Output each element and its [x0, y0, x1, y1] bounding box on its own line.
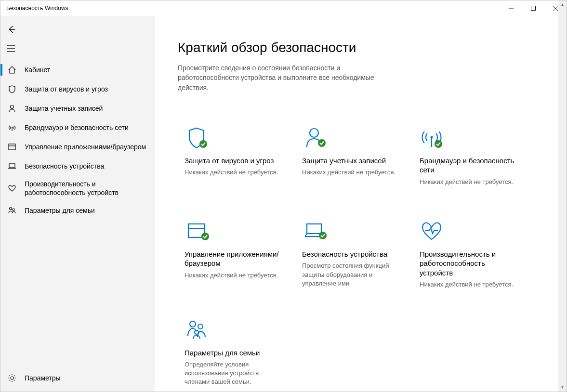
card-desc: Никаких действий не требуется.: [420, 280, 517, 289]
sidebar-item-performance[interactable]: Производительность и работоспособность у…: [0, 176, 155, 201]
body-area: Кабинет Защита от вирусов и угроз Защита…: [0, 16, 567, 392]
card-title: Защита учетных записей: [302, 156, 399, 166]
scrollbar-thumb[interactable]: [558, 9, 567, 383]
card-desc: Никаких действий не требуется.: [185, 271, 282, 280]
card-grid: Защита от вирусов и угроз Никаких действ…: [178, 116, 543, 392]
svg-point-27: [190, 321, 196, 327]
sidebar-item-home[interactable]: Кабинет: [0, 60, 155, 79]
page-description: Просмотрите сведения о состоянии безопас…: [178, 63, 380, 92]
window-controls: [500, 0, 567, 16]
sidebar-item-label: Защита от вирусов и угроз: [25, 85, 108, 93]
sidebar-item-app-browser[interactable]: Управление приложениями/браузером: [0, 137, 155, 157]
antenna-check-icon: [420, 124, 517, 151]
scroll-down-arrow-icon[interactable]: ▼: [558, 383, 567, 392]
svg-rect-10: [9, 144, 15, 150]
card-desc: Определяйте условия использования устрой…: [185, 360, 282, 387]
heart-icon: [7, 184, 17, 193]
back-arrow-icon: [7, 25, 16, 34]
window-icon: [7, 143, 17, 151]
family-icon: [7, 206, 17, 215]
scrollbar[interactable]: ▲ ▼: [558, 0, 567, 392]
card-title: Защита от вирусов и угроз: [185, 156, 282, 166]
svg-point-17: [310, 129, 318, 137]
gear-icon: [7, 374, 17, 382]
sidebar-item-label: Производительность и работоспособность у…: [25, 180, 148, 197]
svg-rect-12: [9, 164, 15, 168]
maximize-icon: [531, 6, 536, 11]
heart-pulse-icon: [420, 218, 517, 245]
card-title: Безопасность устройства: [302, 249, 399, 259]
sidebar-item-settings[interactable]: Параметры: [0, 368, 155, 388]
card-performance[interactable]: Производительность и работоспособность у…: [413, 209, 524, 301]
sidebar-item-label: Безопасность устройства: [25, 162, 104, 170]
app-window: Безопасность Windows: [0, 0, 567, 392]
family-group-icon: [185, 316, 282, 343]
main-content: Краткий обзор безопасности Просмотрите с…: [155, 16, 567, 392]
sidebar-item-virus[interactable]: Защита от вирусов и угроз: [0, 79, 155, 99]
home-icon: [7, 65, 17, 74]
sidebar-item-label: Защита учетных записей: [25, 104, 103, 113]
laptop-check-icon: [302, 218, 399, 245]
sidebar-item-label: Параметры для семьи: [25, 206, 95, 215]
card-account-protection[interactable]: Защита учетных записей Никаких действий …: [295, 116, 406, 202]
sidebar-item-label: Параметры: [25, 374, 61, 382]
card-device-security[interactable]: Безопасность устройства Просмотр состоян…: [295, 209, 406, 301]
hamburger-icon: [7, 45, 16, 52]
close-icon: [553, 6, 558, 11]
svg-point-7: [11, 105, 14, 109]
card-app-browser[interactable]: Управление приложениями/браузером Никаки…: [178, 209, 289, 301]
sidebar-item-account[interactable]: Защита учетных записей: [0, 99, 155, 118]
card-title: Производительность и работоспособность у…: [420, 249, 517, 278]
card-desc: Никаких действий не требуется.: [302, 168, 399, 177]
card-title: Управление приложениями/браузером: [185, 249, 282, 268]
back-button[interactable]: [0, 20, 155, 39]
person-check-icon: [302, 124, 399, 151]
window-check-icon: [185, 218, 282, 245]
laptop-icon: [7, 162, 17, 170]
sidebar-item-device-security[interactable]: Безопасность устройства: [0, 157, 155, 176]
svg-point-21: [435, 140, 442, 148]
card-desc: Просмотр состояния функций защиты оборуд…: [302, 261, 399, 288]
card-desc: Никаких действий не требуется.: [185, 168, 282, 177]
shield-check-icon: [185, 124, 282, 151]
titlebar: Безопасность Windows: [0, 0, 567, 16]
card-firewall[interactable]: Брандмауэр и безопасность сети Никаких д…: [413, 116, 524, 202]
sidebar: Кабинет Защита от вирусов и угроз Защита…: [0, 16, 155, 392]
antenna-icon: [7, 123, 17, 132]
svg-point-26: [319, 232, 327, 239]
minimize-icon: [509, 6, 514, 11]
card-desc: Никаких действий не требуется.: [420, 178, 517, 186]
svg-point-16: [199, 140, 207, 148]
svg-point-24: [201, 233, 209, 240]
sidebar-item-label: Кабинет: [25, 65, 50, 74]
card-title: Брандмауэр и безопасность сети: [420, 156, 517, 175]
svg-point-18: [318, 139, 326, 147]
maximize-button[interactable]: [522, 0, 544, 16]
card-family[interactable]: Параметры для семьи Определяйте условия …: [178, 308, 289, 392]
svg-point-15: [11, 377, 13, 379]
page-title: Краткий обзор безопасности: [178, 40, 543, 55]
sidebar-item-label: Управление приложениями/браузером: [25, 143, 146, 151]
scroll-up-arrow-icon[interactable]: ▲: [558, 0, 567, 9]
sidebar-item-family[interactable]: Параметры для семьи: [0, 201, 155, 220]
sidebar-item-label: Брандмауэр и безопасность сети: [25, 123, 129, 132]
person-icon: [7, 104, 17, 113]
sidebar-item-firewall[interactable]: Брандмауэр и безопасность сети: [0, 118, 155, 137]
nav-list: Кабинет Защита от вирусов и угроз Защита…: [0, 60, 155, 220]
card-virus-protection[interactable]: Защита от вирусов и угроз Никаких действ…: [178, 116, 289, 202]
shield-icon: [7, 85, 17, 93]
hamburger-button[interactable]: [0, 39, 155, 58]
svg-point-14: [13, 209, 14, 210]
svg-point-13: [10, 208, 12, 210]
minimize-button[interactable]: [500, 0, 522, 16]
card-title: Параметры для семьи: [185, 348, 282, 358]
window-title: Безопасность Windows: [6, 5, 68, 12]
svg-rect-1: [531, 6, 536, 11]
svg-point-28: [198, 324, 203, 329]
